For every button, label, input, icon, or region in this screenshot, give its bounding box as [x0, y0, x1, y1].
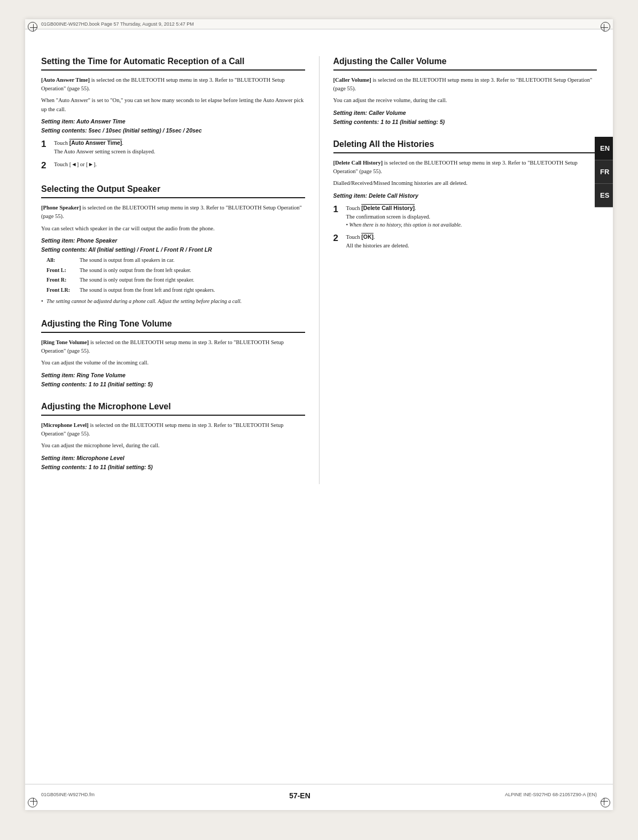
delete-histories-setting-item: Setting item: Delete Call History [333, 191, 597, 200]
delete-step2: 2 Touch [OK]. All the histories are dele… [333, 233, 597, 250]
page-number: 57-EN [289, 788, 310, 802]
output-speaker-body: [Phone Speaker] is selected on the BLUET… [41, 204, 305, 306]
caller-volume-setting-contents: Setting contents: 1 to 11 (Initial setti… [333, 118, 597, 126]
speaker-val-frontlr: The sound is output from the front left … [80, 286, 305, 294]
crosshair-tl [28, 22, 39, 33]
delete-step2-content: Touch [OK]. All the histories are delete… [346, 233, 597, 250]
page: 01GB00INE-W927HD.book Page 57 Thursday, … [25, 19, 613, 810]
header-strip: 01GB00INE-W927HD.book Page 57 Thursday, … [25, 19, 613, 29]
section-auto-reception: Setting the Time for Automatic Reception… [41, 56, 305, 171]
lang-tab-fr[interactable]: FR [595, 160, 613, 184]
step2-content: Touch [◄] or [►]. [54, 160, 305, 171]
output-speaker-note: The setting cannot be adjusted during a … [41, 297, 305, 306]
speaker-table: All: The sound is output from all speake… [46, 256, 305, 294]
microphone-body: [Microphone Level] is selected on the BL… [41, 421, 305, 471]
delete-step1-num: 1 [333, 204, 342, 229]
auto-reception-intro2: When "Auto Answer" is set to "On," you c… [41, 96, 305, 114]
speaker-key-frontr: Front R: [46, 276, 74, 284]
section-output-speaker: Selecting the Output Speaker [Phone Spea… [41, 184, 305, 306]
output-speaker-setting-item: Setting item: Phone Speaker [41, 236, 305, 245]
ring-tone-body: [Ring Tone Volume] is selected on the BL… [41, 338, 305, 388]
speaker-row-frontr: Front R: The sound is only output from t… [46, 276, 305, 284]
section-delete-histories: Deleting All the Histories [Delete Call … [333, 139, 597, 250]
auto-reception-body: [Auto Answer Time] is selected on the BL… [41, 76, 305, 171]
speaker-key-frontl: Front L: [46, 266, 74, 275]
auto-reception-step2: 2 Touch [◄] or [►]. [41, 160, 305, 171]
microphone-intro2: You can adjust the microphone level, dur… [41, 441, 305, 450]
speaker-key-all: All: [46, 256, 74, 265]
page-suffix: -EN [298, 791, 310, 800]
delete-histories-intro1: [Delete Call History] is selected on the… [333, 159, 597, 176]
auto-reception-step1: 1 Touch [Auto Answer Time]. The Auto Ans… [41, 139, 305, 156]
delete-step1-content: Touch [Delete Call History]. The confirm… [346, 204, 597, 229]
lang-tab-es[interactable]: ES [595, 184, 613, 207]
ring-tone-intro2: You can adjust the volume of the incomin… [41, 359, 305, 367]
main-content: Setting the Time for Automatic Reception… [25, 29, 613, 505]
step1-content: Touch [Auto Answer Time]. The Auto Answe… [54, 139, 305, 156]
delete-histories-body: [Delete Call History] is selected on the… [333, 159, 597, 250]
ring-tone-intro1: [Ring Tone Volume] is selected on the BL… [41, 338, 305, 356]
microphone-intro1: [Microphone Level] is selected on the BL… [41, 421, 305, 439]
footer: 01GB05INE-W927HD.fm 57-EN ALPINE INE-S92… [25, 784, 613, 802]
delete-histories-intro2: Dialled/Received/Missed Incoming histori… [333, 179, 597, 188]
speaker-val-frontr: The sound is only output from the front … [80, 276, 305, 284]
footer-right-text: ALPINE INE-S927HD 68-21057Z90-A (EN) [505, 792, 597, 797]
delete-step1-note: • When there is no history, this option … [346, 221, 597, 229]
auto-reception-intro1: [Auto Answer Time] is selected on the BL… [41, 76, 305, 94]
speaker-val-frontl: The sound is only output from the front … [80, 266, 305, 275]
section-caller-volume: Adjusting the Caller Volume [Caller Volu… [333, 56, 597, 126]
header-text: 01GB00INE-W927HD.book Page 57 Thursday, … [41, 21, 194, 27]
speaker-val-all: The sound is output from all speakers in… [80, 256, 305, 265]
crosshair-tr [599, 22, 610, 33]
caller-volume-body: [Caller Volume] is selected on the BLUET… [333, 76, 597, 126]
caller-volume-intro1: [Caller Volume] is selected on the BLUET… [333, 76, 597, 94]
section-ring-tone: Adjusting the Ring Tone Volume [Ring Ton… [41, 318, 305, 388]
section-microphone: Adjusting the Microphone Level [Micropho… [41, 401, 305, 471]
ring-tone-setting-item: Setting item: Ring Tone Volume [41, 371, 305, 379]
output-speaker-title: Selecting the Output Speaker [41, 184, 305, 198]
auto-reception-setting-contents: Setting contents: 5sec / 10sec (Initial … [41, 126, 305, 135]
left-column: Setting the Time for Automatic Reception… [41, 56, 320, 484]
caller-volume-setting-item: Setting item: Caller Volume [333, 108, 597, 117]
microphone-setting-contents: Setting contents: 1 to 11 (Initial setti… [41, 463, 305, 471]
delete-histories-title: Deleting All the Histories [333, 139, 597, 153]
delete-step1: 1 Touch [Delete Call History]. The confi… [333, 204, 597, 229]
microphone-setting-item: Setting item: Microphone Level [41, 454, 305, 462]
output-speaker-intro2: You can select which speaker in the car … [41, 224, 305, 233]
right-column: Adjusting the Caller Volume [Caller Volu… [320, 56, 597, 484]
auto-reception-setting-item: Setting item: Auto Answer Time [41, 117, 305, 126]
lang-tabs: EN FR ES [595, 137, 613, 207]
footer-left-text: 01GB05INE-W927HD.fm [41, 792, 95, 797]
ring-tone-title: Adjusting the Ring Tone Volume [41, 318, 305, 333]
ring-tone-setting-contents: Setting contents: 1 to 11 (Initial setti… [41, 380, 305, 388]
lang-tab-en[interactable]: EN [595, 137, 613, 160]
output-speaker-setting-contents: Setting contents: All (Initial setting) … [41, 245, 305, 254]
speaker-row-frontl: Front L: The sound is only output from t… [46, 266, 305, 275]
auto-reception-steps: 1 Touch [Auto Answer Time]. The Auto Ans… [41, 139, 305, 171]
speaker-row-frontlr: Front LR: The sound is output from the f… [46, 286, 305, 294]
speaker-row-all: All: The sound is output from all speake… [46, 256, 305, 265]
step2-num: 2 [41, 160, 50, 171]
delete-histories-steps: 1 Touch [Delete Call History]. The confi… [333, 204, 597, 250]
caller-volume-intro2: You can adjust the receive volume, durin… [333, 96, 597, 105]
step1-num: 1 [41, 139, 50, 156]
delete-step2-num: 2 [333, 233, 342, 250]
speaker-key-frontlr: Front LR: [46, 286, 74, 294]
microphone-title: Adjusting the Microphone Level [41, 401, 305, 416]
output-speaker-intro1: [Phone Speaker] is selected on the BLUET… [41, 204, 305, 221]
auto-reception-title: Setting the Time for Automatic Reception… [41, 56, 305, 71]
caller-volume-title: Adjusting the Caller Volume [333, 56, 597, 71]
